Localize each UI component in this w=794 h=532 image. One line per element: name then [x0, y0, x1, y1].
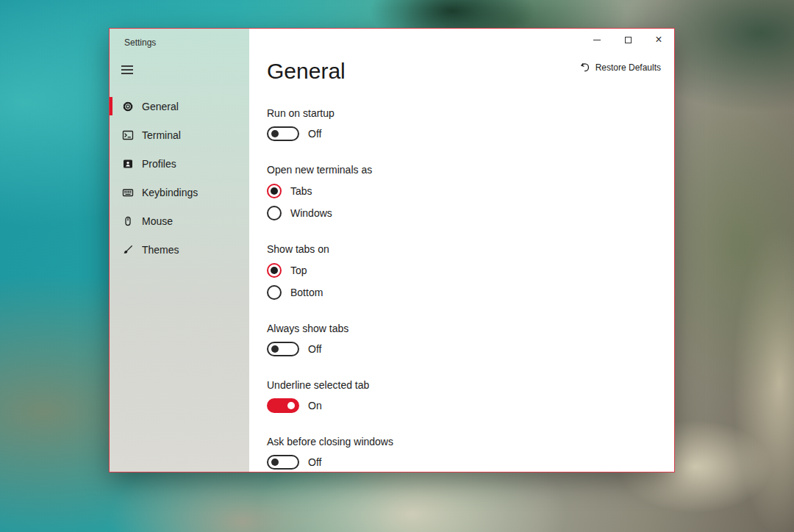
ask-before-closing-toggle[interactable]: Off — [267, 455, 321, 470]
toggle-state-label: Off — [308, 343, 321, 355]
toggle-switch-on — [267, 398, 299, 413]
setting-label: Underline selected tab — [267, 378, 657, 392]
radio-button — [267, 206, 282, 220]
sidebar-item-general[interactable]: General — [110, 92, 249, 121]
undo-icon — [579, 62, 590, 73]
setting-label: Always show tabs — [267, 322, 657, 335]
selected-indicator — [110, 97, 112, 115]
gear-icon — [121, 100, 135, 113]
hamburger-icon — [121, 65, 133, 67]
always-show-tabs-toggle[interactable]: Off — [267, 342, 321, 356]
radio-option-bottom[interactable]: Bottom — [267, 285, 323, 300]
setting-group-ask-before-closing: Ask before closing windows Off — [267, 435, 657, 470]
toggle-switch-off — [267, 455, 299, 470]
paintbrush-icon — [121, 243, 135, 256]
sidebar: Settings General Terminal — [110, 29, 249, 472]
radio-option-windows[interactable]: Windows — [267, 206, 332, 220]
sidebar-item-label: General — [142, 101, 179, 112]
toggle-switch-off — [267, 126, 299, 141]
terminal-icon — [121, 129, 135, 142]
sidebar-item-terminal[interactable]: Terminal — [110, 121, 249, 149]
radio-button-checked — [267, 263, 282, 278]
sidebar-item-label: Terminal — [142, 129, 181, 141]
window-controls: × — [582, 29, 674, 51]
restore-defaults-label: Restore Defaults — [596, 62, 661, 73]
maximize-icon — [625, 37, 632, 43]
sidebar-item-label: Themes — [142, 244, 179, 256]
toggle-state-label: Off — [308, 128, 321, 140]
radio-option-tabs[interactable]: Tabs — [267, 184, 312, 198]
toggle-state-label: Off — [308, 456, 321, 468]
sidebar-item-label: Keybindings — [142, 187, 198, 198]
close-icon: × — [655, 34, 662, 46]
restore-defaults-button[interactable]: Restore Defaults — [576, 60, 664, 74]
underline-selected-tab-toggle[interactable]: On — [267, 398, 322, 413]
radio-option-label: Bottom — [290, 287, 323, 298]
setting-label: Ask before closing windows — [267, 435, 657, 448]
sidebar-item-profiles[interactable]: Profiles — [110, 149, 249, 178]
setting-group-underline-selected-tab: Underline selected tab On — [267, 378, 657, 413]
setting-label: Open new terminals as — [267, 163, 657, 176]
setting-label: Run on startup — [267, 107, 657, 120]
toggle-state-label: On — [308, 400, 322, 411]
toggle-switch-off — [267, 342, 299, 356]
setting-group-run-on-startup: Run on startup Off — [267, 107, 657, 141]
minimize-button[interactable] — [582, 29, 612, 51]
radio-option-label: Windows — [290, 207, 332, 219]
keyboard-icon — [121, 186, 135, 199]
maximize-button[interactable] — [612, 29, 643, 51]
sidebar-item-label: Mouse — [142, 215, 173, 227]
setting-group-open-new-terminals: Open new terminals as Tabs Windows — [267, 163, 657, 220]
sidebar-item-mouse[interactable]: Mouse — [110, 206, 249, 235]
mouse-icon — [121, 215, 135, 228]
sidebar-item-label: Profiles — [142, 158, 176, 170]
close-button[interactable]: × — [643, 29, 674, 51]
minimize-icon — [593, 40, 601, 40]
radio-button — [267, 285, 282, 300]
radio-button-checked — [267, 184, 282, 198]
setting-label: Show tabs on — [267, 242, 657, 256]
hamburger-menu-button[interactable] — [118, 62, 136, 77]
setting-group-always-show-tabs: Always show tabs Off — [267, 322, 657, 356]
run-on-startup-toggle[interactable]: Off — [267, 126, 321, 141]
settings-main-panel: × Restore Defaults General Run on startu… — [249, 29, 674, 472]
window-title: Settings — [110, 29, 249, 48]
radio-option-label: Tabs — [290, 185, 312, 197]
radio-option-top[interactable]: Top — [267, 263, 307, 278]
sidebar-item-keybindings[interactable]: Keybindings — [110, 178, 249, 206]
profile-badge-icon — [121, 157, 135, 170]
settings-window: Settings General Terminal — [109, 28, 675, 472]
setting-group-show-tabs-on: Show tabs on Top Bottom — [267, 242, 657, 300]
sidebar-nav: General Terminal Profiles — [110, 92, 249, 264]
radio-option-label: Top — [290, 265, 307, 276]
sidebar-item-themes[interactable]: Themes — [110, 235, 249, 264]
